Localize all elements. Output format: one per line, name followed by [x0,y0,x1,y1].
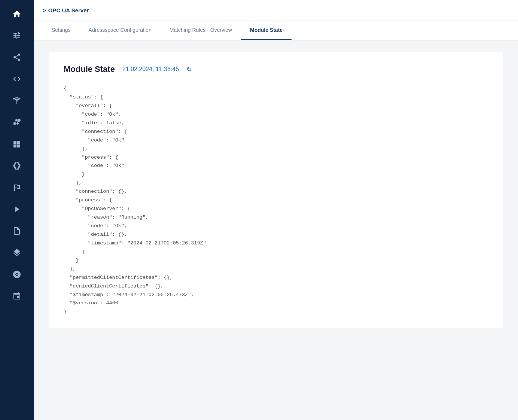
tab-settings[interactable]: Settings [43,21,80,40]
module-state-timestamp: 21.02.2024, 11:38:45 [122,66,179,73]
share-icon [12,53,21,62]
badge-icon [12,292,21,301]
sidebar-item-badge[interactable] [7,286,27,306]
disc-icon [12,270,21,279]
tabs-bar: Settings Adressspace Configuration Match… [34,21,518,40]
content-card: Module State 21.02.2024, 11:38:45 ↻ { "s… [49,52,503,328]
sidebar-item-nodes[interactable] [7,112,27,133]
sidebar-item-share[interactable] [7,47,27,67]
file-icon [12,226,21,235]
sidebar-item-file[interactable] [7,221,27,241]
sidebar-item-transform[interactable] [7,177,27,198]
tab-adressspace[interactable]: Adressspace Configuration [80,21,161,40]
header: > OPC UA Server [34,0,518,21]
sidebar-item-home[interactable] [7,4,27,24]
home-icon [12,9,21,18]
module-state-header: Module State 21.02.2024, 11:38:45 ↻ [64,64,488,74]
json-content: { "status": { "overall": { "code": "Ok",… [64,85,488,316]
tab-matching[interactable]: Matching Rules - Overview [161,21,241,40]
diamond-icon [12,161,21,170]
breadcrumb-arrow: > [43,7,46,13]
sidebar-item-diamond[interactable] [7,156,27,176]
sliders-icon [12,31,21,40]
grid-icon [12,140,21,149]
nodes-icon [12,118,21,127]
breadcrumb-label: OPC UA Server [48,7,89,13]
breadcrumb: > OPC UA Server [43,7,89,13]
sidebar-item-grid[interactable] [7,134,27,154]
sidebar-item-disc[interactable] [7,264,27,284]
sidebar-item-sliders[interactable] [7,25,27,46]
sidebar-item-layers[interactable] [7,243,27,263]
code-icon [12,74,21,83]
transform-icon [12,183,21,192]
module-state-title: Module State [64,64,115,74]
main-content: > OPC UA Server Settings Adressspace Con… [34,0,518,420]
content-area: Module State 21.02.2024, 11:38:45 ↻ { "s… [34,40,518,420]
layers-icon [12,248,21,257]
refresh-button[interactable]: ↻ [186,65,192,73]
sidebar-item-arrow-right[interactable] [7,199,27,219]
sidebar-item-antenna[interactable] [7,91,27,111]
arrow-right-icon [12,205,21,214]
tab-module-state[interactable]: Module State [241,21,292,40]
sidebar [0,0,34,420]
sidebar-item-code[interactable] [7,69,27,89]
antenna-icon [12,96,21,105]
